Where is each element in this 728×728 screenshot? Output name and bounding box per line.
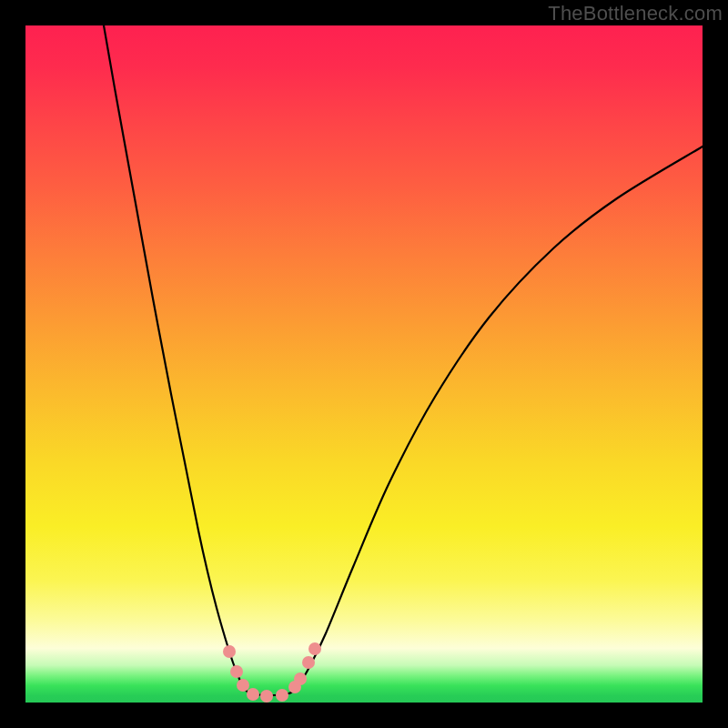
valley-dot bbox=[260, 690, 273, 703]
chart-frame: TheBottleneck.com bbox=[0, 0, 728, 728]
valley-dot bbox=[247, 688, 259, 701]
valley-dot bbox=[308, 642, 321, 655]
valley-dot bbox=[237, 679, 249, 692]
valley-dot bbox=[294, 672, 307, 685]
curve-svg bbox=[25, 25, 703, 703]
valley-dot bbox=[276, 689, 288, 702]
plot-area bbox=[25, 25, 703, 703]
valley-dot bbox=[223, 645, 236, 658]
valley-dot bbox=[230, 665, 243, 678]
watermark-text: TheBottleneck.com bbox=[548, 2, 723, 25]
bottleneck-curve bbox=[104, 25, 703, 695]
valley-dot bbox=[302, 656, 315, 669]
